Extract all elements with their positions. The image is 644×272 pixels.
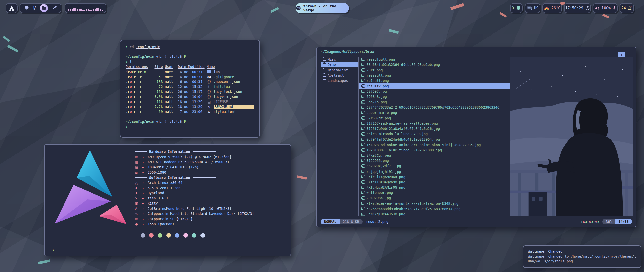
files-icon[interactable]: [40, 4, 48, 12]
file-row[interactable]: re1sult.png: [359, 78, 510, 83]
file-row[interactable]: wallpaper.png: [359, 190, 510, 195]
file-row[interactable]: FXfcJlTXgAMvH6R.png: [359, 174, 510, 179]
vim-check-icon: V: [184, 120, 186, 124]
file-row[interactable]: 5a266e448add93deab367d87173e9f25-6837886…: [359, 206, 510, 211]
fetch-info: Hardware Information ▦→AMD Ryzen 9 5900X…: [135, 149, 286, 227]
terminal-prompt-line[interactable]: ❯: [126, 124, 254, 129]
sidebar-item-abstract[interactable]: Abstract: [321, 73, 358, 78]
sidebar-item-minimalist[interactable]: Minimalist: [321, 67, 358, 73]
lua-icon: ☾: [164, 55, 167, 59]
file-row[interactable]: 587597.jpg: [359, 89, 510, 94]
sidebar-item-landscapes[interactable]: Landscapes: [321, 78, 358, 83]
terminal-listing-row: .rw-r--r--11kmatt18 oct 13:29▤LICENSE: [126, 99, 254, 104]
fetch-info-row: A→JetBrainsMono Nerd Font Light 10 [GTK2…: [135, 206, 286, 211]
listing-header-row: Permissions Size User Date Modified Name: [126, 64, 254, 69]
speaker-icon: [595, 6, 599, 11]
notification-popup[interactable]: Wallpaper Changed Wallpaper changed to /…: [523, 245, 641, 268]
file-name: .neoconf.json: [214, 80, 254, 84]
file-row[interactable]: kurz.png: [359, 67, 510, 73]
visualizer-bar: [84, 10, 85, 11]
file-manager-window: ~/Imagenes/Wallpapers/Draw 1 MiscDrawMin…: [316, 47, 636, 227]
desktop: V thrown - on the verge 0 US: [0, 0, 644, 272]
prompt-tilde: ~: [52, 242, 54, 246]
visualizer-bar: [86, 9, 87, 11]
image-file-icon: [361, 213, 365, 216]
header-user: User: [165, 65, 176, 69]
bell-icon: [627, 6, 632, 11]
file-row[interactable]: FXfcII0X0AQyn9X.png: [359, 179, 510, 185]
fetch-info-row: ❖→Hyprland: [135, 190, 286, 196]
lua-icon: ☾: [164, 120, 167, 124]
file-row[interactable]: 0c794faf07de24a4db4d4fb1eb813964.jpg: [359, 137, 510, 142]
file-row[interactable]: 20492984.jpg: [359, 195, 510, 201]
image-file-icon: [361, 164, 365, 168]
file-row[interactable]: 217167-sad-anime-rain-wallpaper.png: [359, 121, 510, 126]
image-file-icon: [361, 159, 365, 162]
braces-file-icon: {}: [207, 80, 211, 84]
clock-module[interactable]: 17:50:29: [564, 3, 591, 13]
file-row[interactable]: 68747470733a2f2f696d616765732d7769786d70…: [359, 105, 510, 110]
file-row[interactable]: nnvuv0xj2df71.jpg: [359, 163, 510, 169]
file-row[interactable]: result2.png: [359, 83, 510, 89]
media-player-pill[interactable]: thrown - on the verge: [296, 3, 349, 13]
folder-icon: [323, 63, 326, 66]
file-row[interactable]: 596848.jpg: [359, 94, 510, 99]
theme-icon: ✎: [135, 212, 142, 216]
image-file-icon: [361, 143, 365, 146]
wallpaper-shard: [3, 36, 10, 42]
file-row[interactable]: 8FKa7Cu.jpeg: [359, 153, 510, 158]
fetch-info-row: ▩→AMD ATI Radeon RX 6800/6800 XT / 6900 …: [135, 159, 286, 165]
terminal-context-line: ~/.config/nvim via ☾ v5.4.6 V: [126, 54, 254, 59]
sidebar-item-draw[interactable]: Draw: [321, 62, 358, 67]
file-row[interactable]: chica-mirando-la-luna-8799.jpg: [359, 131, 510, 137]
terminal-cursor: [128, 125, 130, 128]
file-row[interactable]: 866715.png: [359, 99, 510, 105]
spotify-icon: [296, 5, 301, 11]
visualizer-bar: [95, 9, 96, 11]
audio-visualizer[interactable]: [65, 3, 106, 13]
sidebar-item-misc[interactable]: Misc: [321, 57, 358, 62]
folder-icon: [323, 69, 326, 71]
fetch-info-row: >_→fish 3.6.1: [135, 196, 286, 201]
lua-version: v5.4.6: [170, 55, 182, 59]
volume-module[interactable]: 100%: [593, 3, 618, 13]
folder-icon: [42, 7, 46, 10]
file-row[interactable]: 87r687df.png: [359, 115, 510, 121]
file-row[interactable]: 154928-odinokoe_anime-art-anime-okno-sin…: [359, 142, 510, 147]
file-row[interactable]: 3126f7e9bbf21a8a4af0b67b041c6e26.jpg: [359, 126, 510, 131]
image-file-icon: [361, 79, 365, 82]
file-row[interactable]: super-mario.png: [359, 110, 510, 115]
md-file-icon: M↓: [208, 105, 210, 108]
file-row[interactable]: 08a634fa02a32364f69ebc86a98eb1eb.png: [359, 62, 510, 67]
scroll-percent-badge: 36%: [602, 219, 615, 224]
color-dot: [141, 233, 145, 238]
visualizer-bar: [98, 8, 99, 11]
image-file-icon: [361, 191, 365, 194]
file-row[interactable]: EeNKYgIUcAAJ5JX.png: [359, 211, 510, 216]
file-row[interactable]: resssult.png: [359, 73, 510, 78]
arch-logo-icon: [8, 5, 15, 11]
list-position-badge: 14/38: [615, 219, 632, 224]
file-row[interactable]: ressdfgult.png: [359, 57, 510, 62]
volume-value: 100%: [601, 6, 611, 10]
vim-check-icon: V: [184, 55, 186, 59]
github-module[interactable]: 0: [510, 3, 523, 13]
software-title: Software Information: [149, 176, 190, 180]
vim-icon[interactable]: V: [33, 6, 36, 11]
paintbrush-icon[interactable]: [52, 5, 57, 11]
file-row[interactable]: atardecer-en-la-montanas-ilustracion-634…: [359, 201, 510, 206]
notification-dot: [630, 6, 632, 7]
file-row[interactable]: 3122955.png: [359, 158, 510, 163]
launcher-button[interactable]: [6, 3, 18, 13]
prompt-symbol[interactable]: ❯: [52, 248, 54, 252]
weather-module[interactable]: 26°C: [542, 3, 562, 13]
header-date: Date Modified: [178, 65, 205, 69]
file-row[interactable]: rsjqojlmjhf91.jpg: [359, 169, 510, 174]
keyboard-layout-module[interactable]: US: [525, 3, 540, 13]
file-row[interactable]: 19201080-__blue-tinge__-1920×1080.jpg: [359, 147, 510, 153]
blank-line: [126, 49, 254, 54]
file-row[interactable]: FXfcHgcWIAMzs0G.png: [359, 185, 510, 190]
color-dot: [200, 233, 205, 238]
date-notifications-module[interactable]: 24: [620, 3, 634, 13]
firefox-icon[interactable]: [24, 5, 29, 11]
